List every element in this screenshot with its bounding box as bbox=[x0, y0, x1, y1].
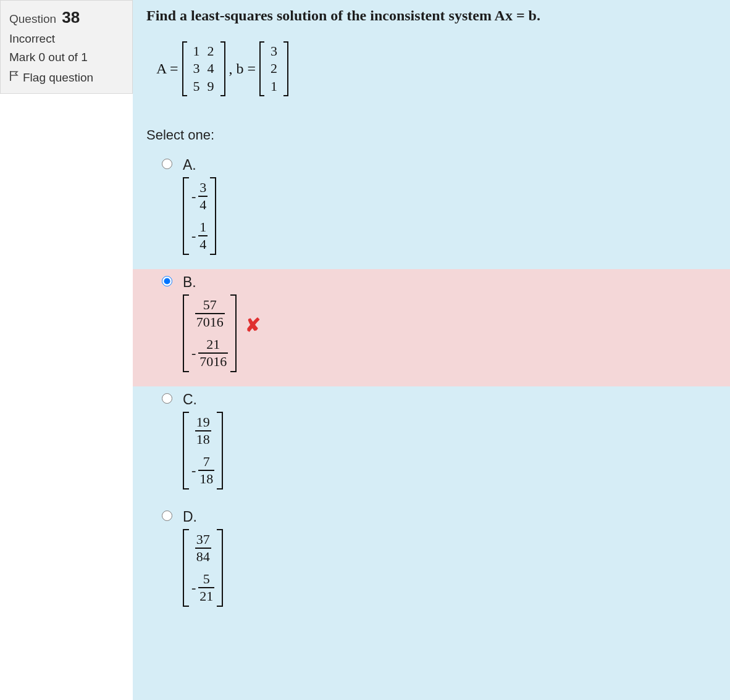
vector-entry: -217016 bbox=[191, 338, 228, 369]
answer-vector: -34-14 bbox=[183, 177, 216, 255]
vector-entry: -718 bbox=[191, 455, 214, 486]
matrix-a-label: A = bbox=[156, 60, 178, 77]
answer-letter: A. bbox=[183, 157, 216, 173]
question-content: Find a least-squares solution of the inc… bbox=[133, 0, 730, 700]
question-number: 38 bbox=[62, 8, 80, 27]
answer-body: A.-34-14 bbox=[183, 157, 216, 258]
matrix-a-cell: 9 bbox=[204, 78, 218, 95]
answer-vector: 577016-217016 bbox=[183, 294, 237, 372]
matrix-a-cell: 4 bbox=[204, 60, 218, 77]
vector-b-cell: 1 bbox=[267, 78, 281, 95]
matrix-a: 123459 bbox=[182, 41, 225, 96]
answer-radio[interactable] bbox=[162, 276, 172, 286]
question-number-line: Question 38 bbox=[9, 8, 124, 27]
answer-letter: D. bbox=[183, 509, 223, 525]
answer-option-d[interactable]: D.3784-521 bbox=[146, 504, 716, 621]
answer-radio[interactable] bbox=[162, 159, 172, 169]
matrix-a-cell: 2 bbox=[204, 43, 218, 60]
flag-question-button[interactable]: Flag question bbox=[9, 70, 124, 85]
answer-option-b[interactable]: B.577016-217016✘ bbox=[133, 269, 730, 386]
answer-options: A.-34-14B.577016-217016✘C.1918-718D.3784… bbox=[146, 152, 716, 621]
answer-radio[interactable] bbox=[162, 510, 172, 521]
vector-entry: -14 bbox=[191, 220, 208, 251]
flag-icon bbox=[9, 70, 19, 85]
answer-radio[interactable] bbox=[162, 393, 172, 404]
vector-entry: 577016 bbox=[191, 298, 228, 329]
vector-entry: 3784 bbox=[191, 533, 214, 564]
vector-b: 321 bbox=[259, 41, 288, 96]
vector-b-cell: 3 bbox=[267, 43, 281, 60]
flag-question-label: Flag question bbox=[23, 71, 93, 85]
answer-body: D.3784-521 bbox=[183, 509, 223, 610]
vector-entry: -34 bbox=[191, 181, 208, 212]
answer-body: B.577016-217016✘ bbox=[183, 274, 261, 375]
vector-entry: 1918 bbox=[191, 415, 214, 446]
matrix-a-cell: 1 bbox=[190, 43, 204, 60]
matrix-a-cell: 5 bbox=[190, 78, 204, 95]
question-status: Incorrect bbox=[9, 32, 124, 46]
question-prompt: Find a least-squares solution of the inc… bbox=[146, 7, 716, 24]
answer-vector: 3784-521 bbox=[183, 529, 223, 607]
answer-option-c[interactable]: C.1918-718 bbox=[146, 386, 716, 504]
answer-option-a[interactable]: A.-34-14 bbox=[146, 152, 716, 269]
question-mark: Mark 0 out of 1 bbox=[9, 51, 124, 64]
incorrect-icon: ✘ bbox=[245, 314, 261, 336]
matrix-a-cell: 3 bbox=[190, 60, 204, 77]
answer-letter: B. bbox=[183, 274, 237, 291]
matrices-display: A = 123459 , b = 321 bbox=[156, 41, 716, 96]
question-label: Question bbox=[9, 12, 56, 25]
question-info-panel: Question 38 Incorrect Mark 0 out of 1 Fl… bbox=[0, 0, 133, 94]
vector-b-cell: 2 bbox=[267, 60, 281, 77]
select-one-label: Select one: bbox=[146, 127, 716, 143]
answer-letter: C. bbox=[183, 391, 223, 408]
answer-body: C.1918-718 bbox=[183, 391, 223, 493]
answer-vector: 1918-718 bbox=[183, 412, 223, 490]
vector-entry: -521 bbox=[191, 572, 214, 603]
vector-b-label: , b = bbox=[229, 60, 256, 77]
